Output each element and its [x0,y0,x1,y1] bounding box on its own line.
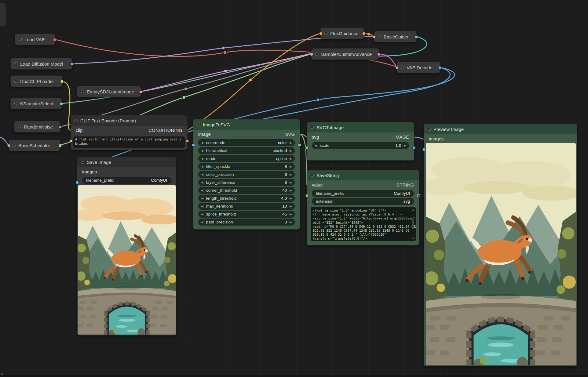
widget-extension[interactable]: extension .svg [312,198,414,205]
images-input-port[interactable] [422,148,426,151]
increment-arrow-icon[interactable]: ▶ [290,221,292,224]
collapse-toggle-icon[interactable] [81,90,84,93]
node-header[interactable]: Preview Image [424,124,577,134]
node-dual-clip-loader[interactable]: DualCLIPLoader [10,75,62,87]
collapse-toggle-icon[interactable] [14,80,17,83]
scroll-up-icon[interactable]: ∧ [412,208,414,212]
increment-arrow-icon[interactable]: ▶ [290,181,292,184]
latent-output-port[interactable] [139,90,143,94]
widget-color-precision[interactable]: ◀ color_precision 6 ▶ [198,171,295,178]
reroute-dot[interactable] [316,98,320,101]
widget-filter-speckle[interactable]: ◀ filter_speckle 8 ▶ [198,163,295,170]
reroute-dot[interactable] [182,96,185,99]
node-random-noise[interactable]: RandomNoise [14,121,60,132]
node-graph-canvas[interactable]: Load VAE Load Diffusion Model DualCLIPLo… [0,0,588,377]
guider-output-port[interactable] [415,35,418,39]
widget-filename-prefix[interactable]: filename_prefix ComfyUI [82,177,171,184]
scroll-down-icon[interactable]: ∨ [412,236,414,240]
node-save-string[interactable]: SaveString value STRING filename_prefix … [307,170,419,245]
collapse-toggle-icon[interactable] [197,123,200,126]
decrement-arrow-icon[interactable]: ◀ [201,181,203,184]
decrement-arrow-icon[interactable]: ◀ [201,213,203,216]
widget-length-threshold[interactable]: ◀ length_threshold 4.0 ▶ [198,195,295,202]
string-output-port[interactable] [417,194,421,198]
node-image-to-svg[interactable]: ImageToSVG image SVG ◀ colormode color ▶… [193,119,300,230]
reroute-dot[interactable] [367,33,370,36]
inputs-port[interactable] [396,66,399,70]
inputs-port[interactable] [373,35,376,39]
widget-max-iterations[interactable]: ◀ max_iterations 10 ▶ [198,203,295,210]
decrement-arrow-icon[interactable]: ◀ [201,189,203,192]
widget-splice-threshold[interactable]: ◀ splice_threshold 45 ▶ [198,211,295,218]
reroute-dot[interactable] [224,51,227,54]
image-output-port[interactable] [438,66,442,70]
reroute-dot[interactable] [222,46,225,49]
decrement-arrow-icon[interactable]: ◀ [201,197,203,200]
node-clip-text-encode[interactable]: CLIP Text Encode (Prompt) clip CONDITION… [71,115,188,150]
clip-output-port[interactable] [60,80,64,83]
collapse-toggle-icon[interactable] [428,128,431,131]
reroute-dot[interactable] [224,70,227,73]
images-input-port[interactable] [76,181,79,184]
svg-input-port[interactable] [305,146,309,150]
scroll-thumb[interactable] [412,219,414,229]
conditioning-output-port[interactable] [362,32,366,35]
scrollbar[interactable]: ∧ ∨ [411,208,415,240]
widget-layer-difference[interactable]: ◀ layer_difference 8 ▶ [198,179,295,186]
collapse-toggle-icon[interactable] [18,125,21,128]
conditioning-output-port[interactable] [186,140,189,143]
collapse-toggle-icon[interactable] [324,32,327,35]
node-header[interactable]: Save Image [77,157,176,167]
model-input-port[interactable] [7,144,11,147]
decrement-arrow-icon[interactable]: ◀ [201,173,203,176]
increment-arrow-icon[interactable]: ▶ [404,144,406,147]
collapse-toggle-icon[interactable] [315,53,318,56]
node-load-diffusion-model[interactable]: Load Diffusion Model [10,58,72,70]
node-svg-to-image[interactable]: SVGToImage svg IMAGE ◀ scale 1.0 ▶ [307,122,414,161]
increment-arrow-icon[interactable]: ▶ [290,189,292,192]
node-ksampler-select[interactable]: KSamplerSelect [10,98,62,109]
widget-mode[interactable]: ◀ mode spline ▶ [198,155,295,162]
decrement-arrow-icon[interactable]: ◀ [201,149,203,152]
collapse-toggle-icon[interactable] [81,161,84,164]
collapse-toggle-icon[interactable] [13,144,16,147]
decrement-arrow-icon[interactable]: ◀ [201,221,203,224]
image-output-port[interactable] [412,146,416,150]
collapse-toggle-icon[interactable] [378,35,381,38]
collapse-toggle-icon[interactable] [401,66,404,69]
node-vae-decode[interactable]: VAE Decode [397,62,440,73]
node-basic-guider[interactable]: BasicGuider [374,31,417,42]
node-header[interactable]: SVGToImage [307,122,414,132]
value-input-port[interactable] [305,194,309,198]
vae-output-port[interactable] [53,38,57,42]
decrement-arrow-icon[interactable]: ◀ [201,205,203,208]
decrement-arrow-icon[interactable]: ◀ [315,144,317,147]
increment-arrow-icon[interactable]: ▶ [290,157,292,160]
node-sampler-custom-advance[interactable]: SamplerCustomAdvance [311,48,379,60]
node-flux-guidance[interactable]: FluxGuidance [320,27,364,39]
collapse-toggle-icon[interactable] [19,38,22,41]
noise-output-port[interactable] [59,125,62,129]
collapse-toggle-icon[interactable] [14,62,17,65]
node-header[interactable]: SaveString [307,170,419,180]
increment-arrow-icon[interactable]: ▶ [290,149,292,152]
decrement-arrow-icon[interactable]: ◀ [201,141,203,144]
increment-arrow-icon[interactable]: ▶ [290,213,292,216]
inputs-port[interactable] [310,53,313,56]
svg-output-port[interactable] [298,143,301,147]
node-save-image[interactable]: Save Image images filename_prefix ComfyU… [77,157,176,335]
node-load-vae[interactable]: Load VAE [15,34,55,45]
decrement-arrow-icon[interactable]: ◀ [201,165,203,168]
prompt-textarea[interactable]: A flat vector art illustration of a goat… [73,136,185,148]
widget-path-precision[interactable]: ◀ path_precision 3 ▶ [198,219,295,226]
decrement-arrow-icon[interactable]: ◀ [201,157,203,160]
node-basic-scheduler[interactable]: BasicScheduler [9,140,60,151]
collapse-toggle-icon[interactable] [311,126,314,129]
image-input-port[interactable] [192,143,195,147]
increment-arrow-icon[interactable]: ▶ [290,205,292,208]
collapse-toggle-icon[interactable] [14,102,17,105]
node-preview-image[interactable]: Preview Image images [424,124,577,366]
widget-filename-prefix[interactable]: filename_prefix ComfyUI [312,190,414,197]
svg-code-textarea[interactable]: <?xml version="1.0" encoding="UTF-8"?> <… [311,207,416,241]
collapse-toggle-icon[interactable] [311,174,314,177]
